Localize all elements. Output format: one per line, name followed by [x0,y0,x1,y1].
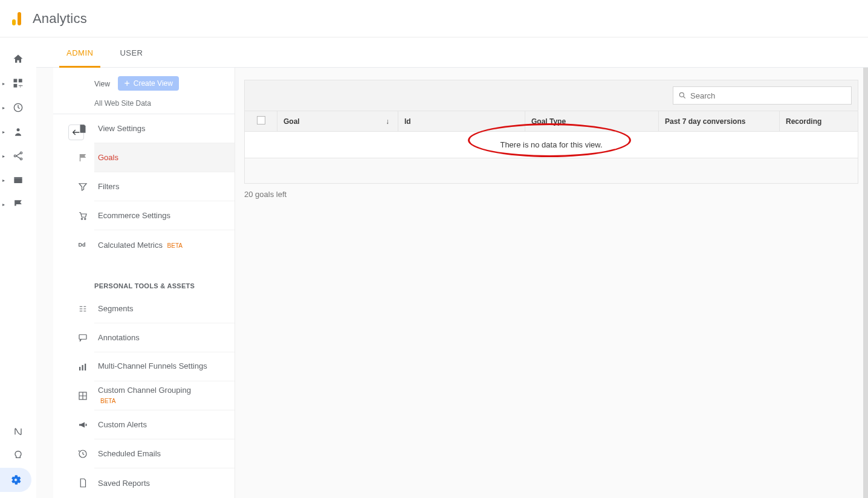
view-side-panel: View + Create View All Web Site Data Vie… [53,68,235,498]
personal-tools-header: PERSONAL TOOLS & ASSETS [53,270,235,294]
right-scrollbar[interactable] [863,68,868,498]
nav-custom-alerts[interactable]: Custom Alerts [94,410,235,439]
svg-point-4 [17,128,20,131]
rail-realtime[interactable]: ▸ [0,95,36,120]
bars-icon [76,361,89,372]
cart-icon [76,210,89,221]
svg-rect-9 [14,177,22,178]
rail-audience[interactable]: ▸ [0,120,36,144]
svg-rect-0 [14,79,18,83]
toolbar [244,80,858,111]
create-view-button[interactable]: + Create View [118,76,179,91]
col-conversions[interactable]: Past 7 day conversions [659,111,780,132]
col-checkbox[interactable] [245,111,277,132]
svg-rect-13 [79,334,86,339]
dd-icon: Dd [76,239,89,250]
nav-segments[interactable]: Segments [94,294,235,323]
flag-icon [76,152,89,163]
rail-discover[interactable] [0,444,36,468]
svg-text:Dd: Dd [79,242,86,248]
svg-rect-1 [19,79,22,83]
rail-acquisition[interactable]: ▸ [0,144,36,168]
rail-dashboards[interactable]: ▸ [0,71,36,95]
tab-user[interactable]: USER [106,37,156,68]
svg-point-6 [20,152,22,154]
svg-rect-14 [79,367,80,370]
nav-annotations[interactable]: Annotations [94,323,235,352]
sort-down-icon: ↓ [386,117,389,126]
admin-tabs: ADMIN USER [36,37,868,68]
main-content: Goal↓ Id Goal Type Past 7 day conversion… [235,68,868,498]
goals-remaining: 20 goals left [244,190,858,199]
nav-calculated-metrics[interactable]: Dd Calculated Metrics BETA [94,230,235,259]
svg-point-11 [85,218,86,219]
grouping-icon [76,390,89,401]
svg-point-7 [20,158,22,160]
svg-rect-15 [82,365,83,370]
search-field[interactable] [673,86,852,105]
svg-point-5 [14,155,16,157]
col-recording[interactable]: Recording [780,111,858,132]
app-title: Analytics [33,11,87,27]
nav-ecommerce[interactable]: Ecommerce Settings [94,201,235,230]
col-id[interactable]: Id [398,111,525,132]
top-header: Analytics [0,0,868,37]
clock-arrow-icon [76,448,89,459]
analytics-logo-icon [8,11,24,27]
document-icon [76,477,89,488]
rail-attribution[interactable] [0,419,36,444]
left-rail: ▸ ▸ ▸ ▸ ▸ ▸ [0,37,36,498]
file-icon [76,123,89,134]
rail-behavior[interactable]: ▸ [0,168,36,192]
comment-icon [76,332,89,343]
create-view-label: Create View [134,79,173,88]
nav-mcf-settings[interactable]: Multi-Channel Funnels Settings [94,352,235,381]
analytics-logo: Analytics [8,11,87,27]
view-name[interactable]: All Web Site Data [94,99,235,108]
svg-rect-2 [14,84,18,88]
table-footer [245,158,858,184]
col-goal-type[interactable]: Goal Type [525,111,659,132]
nav-saved-reports[interactable]: Saved Reports [94,468,235,497]
svg-rect-16 [85,363,86,370]
funnel-icon [76,181,89,192]
tab-admin[interactable]: ADMIN [53,37,106,68]
nav-goals[interactable]: Goals [94,143,235,172]
no-data-message: There is no data for this view. [245,132,858,158]
segments-icon [76,303,89,314]
nav-view-settings[interactable]: View Settings [94,114,235,143]
svg-point-19 [679,92,684,97]
nav-channel-grouping[interactable]: Custom Channel GroupingBETA [94,381,235,410]
rail-admin[interactable] [0,468,31,492]
view-label: View [94,80,110,88]
svg-point-10 [81,218,82,219]
nav-filters[interactable]: Filters [94,172,235,201]
rail-conversions[interactable]: ▸ [0,192,36,216]
goals-table: Goal↓ Id Goal Type Past 7 day conversion… [244,111,858,184]
svg-rect-8 [14,178,22,183]
col-goal[interactable]: Goal↓ [277,111,398,132]
admin-body: View + Create View All Web Site Data Vie… [36,68,868,498]
search-icon [678,91,687,100]
rail-home[interactable] [0,47,36,71]
nav-scheduled-emails[interactable]: Scheduled Emails [94,439,235,468]
megaphone-icon [76,419,89,430]
search-input[interactable] [690,91,846,100]
plus-icon: + [124,79,129,88]
